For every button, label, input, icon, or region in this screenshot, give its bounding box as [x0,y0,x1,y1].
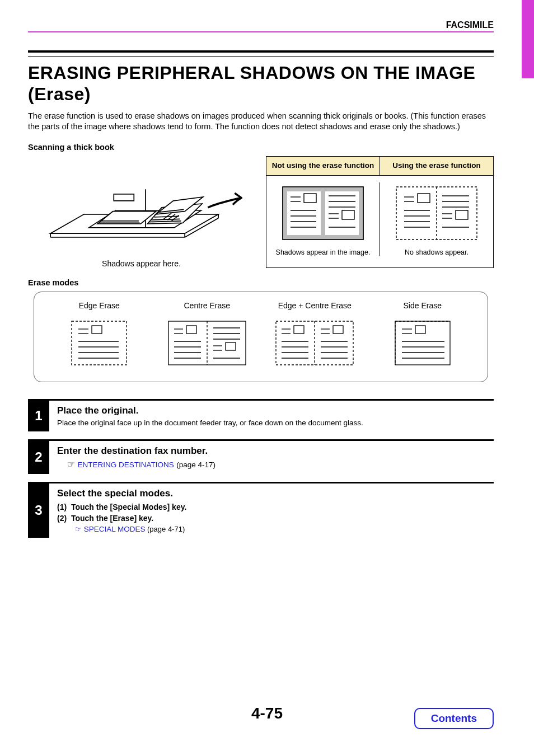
mode-edge-label: Edge Erase [45,301,153,310]
mode-edge-centre-icon [273,318,357,368]
svg-rect-37 [418,194,430,203]
svg-rect-14 [114,194,134,201]
mode-centre-label: Centre Erase [153,301,261,310]
svg-rect-52 [92,326,102,334]
side-color-tab [522,0,534,78]
step-2-pageref: (page 4-17) [176,461,216,469]
mode-side: Side Erase [369,301,477,370]
compare-cell-right: No shadows appear. [380,182,493,256]
svg-rect-47 [456,210,468,219]
step-1: 1 Place the original. Place the original… [28,399,494,431]
mode-centre-icon [165,318,249,368]
mode-edge: Edge Erase [45,301,153,370]
svg-rect-77 [294,326,304,334]
step-3-title: Select the special modes. [57,488,494,499]
mode-edge-centre-label: Edge + Centre Erase [261,301,369,310]
step-3-sub1: (1) Touch the [Special Modes] key. [57,503,494,511]
step-1-text: Place the original face up in the docume… [57,419,494,427]
comparison-box: Not using the erase function Using the e… [266,156,494,268]
result-with-shadow-icon [278,182,368,244]
step-1-number: 1 [28,401,49,431]
step-3-sub2: (2) Touch the [Erase] key. [57,514,494,523]
mode-edge-icon [68,318,130,368]
step-3-number: 3 [28,483,49,538]
intro-paragraph: The erase function is used to erase shad… [28,111,494,133]
svg-rect-61 [186,326,196,334]
svg-rect-84 [333,326,343,334]
step-3-pageref: (page 4-71) [147,525,185,533]
subhead-modes: Erase modes [28,278,494,287]
compare-head-left: Not using the erase function [266,157,380,175]
step-2-title: Enter the destination fax number. [57,445,494,457]
result-no-shadow-icon [392,182,481,244]
compare-head-right: Using the erase function [380,157,493,175]
mode-side-label: Side Erase [369,301,477,310]
book-caption: Shadows appear here. [28,259,255,268]
mode-side-icon [392,318,453,368]
illustration-row: Shadows appear here. Not using the erase… [28,156,494,268]
compare-caption-left: Shadows appear in the image. [273,248,374,256]
step-3-link[interactable]: SPECIAL MODES [84,525,146,533]
compare-cell-left: Shadows appear in the image. [266,182,380,256]
page-title: ERASING PERIPHERAL SHADOWS ON THE IMAGE … [28,62,494,105]
rule-heavy [28,50,494,53]
svg-rect-71 [226,342,236,350]
step-1-title: Place the original. [57,405,494,416]
svg-rect-18 [321,187,325,240]
step-3: 3 Select the special modes. (1) Touch th… [28,482,494,538]
step-2-number: 2 [28,441,49,474]
page-content: ERASING PERIPHERAL SHADOWS ON THE IMAGE … [28,50,494,546]
erase-modes-panel: Edge Erase Centre Erase [34,292,488,382]
mode-centre: Centre Erase [153,301,261,370]
book-scan-illustration: Shadows appear here. [28,156,255,268]
compare-caption-right: No shadows appear. [401,248,472,256]
mode-edge-centre: Edge + Centre Erase [261,301,369,370]
svg-rect-94 [415,326,425,334]
step-2: 2 Enter the destination fax number. ☞ EN… [28,439,494,474]
rule-thin [28,56,494,57]
step-2-link[interactable]: ENTERING DESTINATIONS [77,461,174,469]
header-section-label: FACSIMILE [28,20,494,32]
contents-button[interactable]: Contents [414,708,494,729]
book-scan-icon [41,159,242,255]
subhead-book: Scanning a thick book [28,143,494,152]
